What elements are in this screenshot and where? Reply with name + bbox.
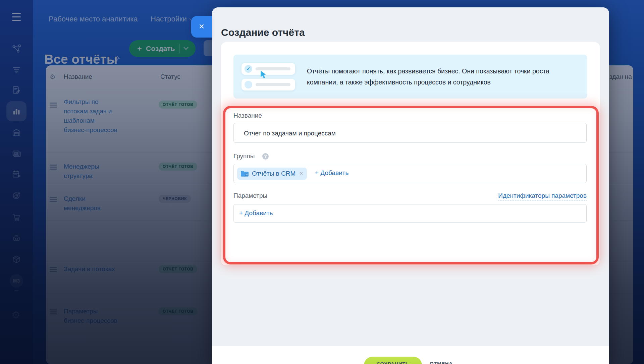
drag-handle[interactable]	[50, 309, 57, 315]
cursor-pointer-icon	[260, 70, 267, 78]
drag-handle[interactable]	[50, 165, 57, 171]
pin-icon[interactable]	[113, 56, 120, 62]
banner-illustration-row1: ✓	[241, 63, 295, 75]
slider-next-chevron-icon[interactable]	[617, 193, 634, 213]
status-badge: ОТЧЁТ ГОТОВ	[159, 163, 197, 171]
sidebar-divider	[14, 290, 18, 291]
drag-handle[interactable]	[50, 197, 57, 203]
sidebar-item-box[interactable]	[11, 254, 21, 264]
name-input[interactable]	[243, 123, 573, 143]
report-link[interactable]: Менеджеры структура	[64, 162, 117, 181]
report-link[interactable]: Задачи в потоках	[64, 264, 117, 274]
column-header-created-clipped[interactable]: здан на	[609, 73, 632, 80]
create-dropdown-chevron-icon[interactable]	[183, 47, 189, 50]
status-badge: ОТЧЁТ ГОТОВ	[159, 307, 197, 315]
sidebar-item-cart[interactable]	[11, 212, 21, 222]
groups-field-label: Группы ?	[233, 153, 255, 160]
sidebar-item-reports[interactable]	[11, 106, 21, 116]
sidebar-item-robot[interactable]	[11, 233, 21, 243]
report-link[interactable]: Фильтры по потокам задач и шаблонам бизн…	[64, 97, 117, 135]
modal-footer: СОХРАНИТЬ ОТМЕНА	[212, 346, 609, 364]
group-chip[interactable]: 24 Отчёты в CRM ×	[237, 168, 307, 180]
sidebar: МЗ ⚙	[0, 0, 33, 364]
status-badge: ОТЧЁТ ГОТОВ	[159, 101, 197, 109]
report-link[interactable]: Параметры бизнес-процессов	[64, 307, 117, 325]
drag-handle[interactable]	[50, 267, 57, 273]
svg-text:24: 24	[245, 173, 248, 176]
group-chip-label: Отчёты в CRM	[252, 170, 296, 177]
close-modal-button[interactable]: ×	[191, 16, 212, 38]
cancel-button[interactable]: ОТМЕНА	[430, 361, 453, 364]
sidebar-item-id-card[interactable]	[11, 148, 21, 159]
modal-title: Создание отчёта	[221, 27, 305, 38]
status-badge: ЧЕРНОВИК	[159, 195, 191, 203]
settings-gear-icon[interactable]: ⚙	[11, 309, 20, 321]
name-field	[233, 123, 587, 143]
add-param-link[interactable]: + Добавить	[239, 209, 273, 217]
check-icon: ✓	[245, 65, 252, 73]
column-header-status[interactable]: Статус	[160, 73, 180, 80]
hidden-toolbar-button[interactable]	[204, 40, 212, 56]
banner-illustration-row2	[241, 79, 295, 90]
plus-icon: +	[137, 44, 142, 53]
page-title: Все отчёты	[44, 52, 117, 67]
sidebar-item-target[interactable]	[11, 191, 21, 201]
help-icon[interactable]: ?	[262, 153, 269, 160]
column-header-name[interactable]: Название	[64, 73, 92, 80]
name-field-label: Название	[233, 112, 262, 119]
save-button[interactable]: СОХРАНИТЬ	[364, 357, 422, 364]
modal-card: ✓ Отчёты помогают понять, как развиваетс…	[221, 42, 600, 265]
sidebar-item-network[interactable]	[11, 43, 21, 53]
sidebar-item-garage[interactable]	[11, 127, 21, 137]
params-field-label: Параметры	[233, 192, 267, 199]
status-badge: ОТЧЁТ ГОТОВ	[159, 265, 197, 273]
sidebar-item-document-edit[interactable]	[11, 85, 21, 95]
info-banner: ✓ Отчёты помогают понять, как развиваетс…	[233, 55, 587, 99]
screen: Рабочее место аналитика Настройки Ещё	[0, 0, 644, 364]
remove-chip-icon[interactable]: ×	[300, 170, 303, 177]
grid-settings-gear-icon[interactable]: ⚙	[50, 73, 56, 81]
create-report-button[interactable]: + Создать	[129, 40, 196, 57]
params-field[interactable]: + Добавить	[233, 204, 587, 223]
topbar-item-workplace[interactable]: Рабочее место аналитика	[49, 15, 138, 23]
create-report-modal: × Создание отчёта ✓ Отчёты помогают поня…	[212, 7, 609, 364]
sidebar-item-calendar[interactable]	[11, 169, 21, 179]
drag-handle[interactable]	[50, 103, 57, 109]
circle-icon	[245, 81, 252, 88]
report-link[interactable]: Сделки менеджеров	[64, 194, 117, 213]
add-group-link[interactable]: + Добавить	[315, 169, 348, 177]
sidebar-item-funnel[interactable]	[11, 65, 21, 75]
hamburger-menu-icon[interactable]	[12, 13, 21, 23]
avatar[interactable]: МЗ	[10, 274, 23, 288]
folder-icon: 24	[240, 170, 249, 177]
parameter-ids-link[interactable]: Идентификаторы параметров	[498, 192, 587, 200]
banner-text: Отчёты помогают понять, как развивается …	[307, 66, 549, 88]
groups-field[interactable]: 24 Отчёты в CRM × + Добавить	[233, 164, 587, 183]
topbar-item-settings[interactable]: Настройки	[151, 15, 194, 23]
